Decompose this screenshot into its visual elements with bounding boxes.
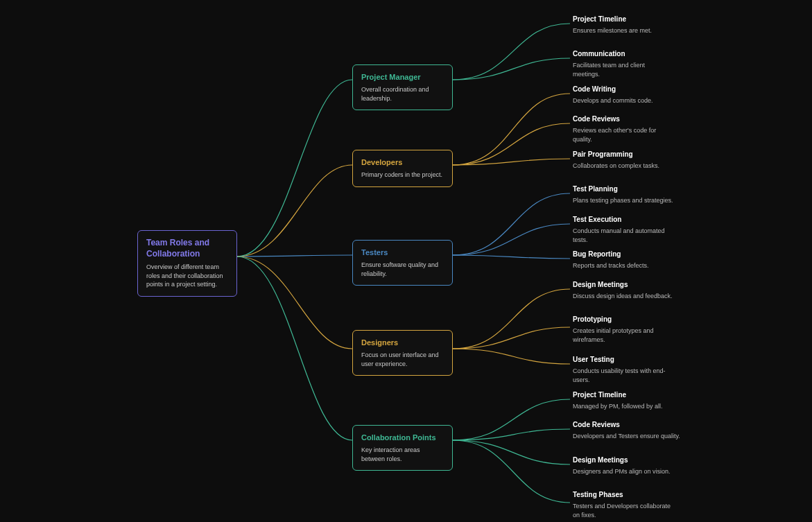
branch-des[interactable]: Designers Focus on user interface and us… xyxy=(352,330,453,376)
leaf-desc: Discuss design ideas and feedback. xyxy=(573,292,677,301)
branch-test-title: Testers xyxy=(361,247,444,257)
leaf-pm-0[interactable]: Project Timeline Ensures milestones are … xyxy=(573,15,670,35)
leaf-desc: Managed by PM, followed by all. xyxy=(573,402,677,411)
leaf-desc: Ensures milestones are met. xyxy=(573,26,670,35)
leaf-title: Code Reviews xyxy=(573,114,673,123)
root-desc: Overview of different team roles and the… xyxy=(146,263,228,289)
branch-test[interactable]: Testers Ensure software quality and reli… xyxy=(352,240,453,286)
leaf-desc: Testers and Developers collaborate on fi… xyxy=(573,502,677,519)
leaf-collab-2[interactable]: Design Meetings Designers and PMs align … xyxy=(573,455,677,476)
branch-dev[interactable]: Developers Primary coders in the project… xyxy=(352,150,453,187)
leaf-title: Test Planning xyxy=(573,184,677,193)
leaf-desc: Plans testing phases and strategies. xyxy=(573,196,677,205)
leaf-dev-1[interactable]: Code Reviews Reviews each other's code f… xyxy=(573,114,673,143)
leaf-collab-1[interactable]: Code Reviews Developers and Testers ensu… xyxy=(573,420,680,441)
leaf-des-2[interactable]: User Testing Conducts usability tests wi… xyxy=(573,355,680,384)
leaf-title: User Testing xyxy=(573,355,680,364)
leaf-title: Communication xyxy=(573,49,670,58)
leaf-desc: Reports and tracks defects. xyxy=(573,261,670,270)
leaf-desc: Conducts manual and automated tests. xyxy=(573,227,680,244)
branch-des-desc: Focus on user interface and user experie… xyxy=(361,351,444,368)
branch-pm-desc: Overall coordination and leadership. xyxy=(361,85,444,103)
leaf-desc: Reviews each other's code for quality. xyxy=(573,126,673,143)
leaf-title: Code Writing xyxy=(573,85,670,94)
leaf-test-2[interactable]: Bug Reporting Reports and tracks defects… xyxy=(573,250,670,270)
branch-pm-title: Project Manager xyxy=(361,72,444,82)
leaf-dev-2[interactable]: Pair Programming Collaborates on complex… xyxy=(573,150,670,171)
leaf-des-1[interactable]: Prototyping Creates initial prototypes a… xyxy=(573,315,670,344)
leaf-desc: Developers and Testers ensure quality. xyxy=(573,432,680,441)
leaf-desc: Facilitates team and client meetings. xyxy=(573,61,670,78)
leaf-des-0[interactable]: Design Meetings Discuss design ideas and… xyxy=(573,280,677,301)
root-title: Team Roles and Collaboration xyxy=(146,238,228,259)
leaf-title: Design Meetings xyxy=(573,455,677,464)
leaf-test-1[interactable]: Test Execution Conducts manual and autom… xyxy=(573,215,680,244)
leaf-title: Test Execution xyxy=(573,215,680,224)
branch-dev-title: Developers xyxy=(361,157,444,167)
branch-collab-desc: Key interaction areas between roles. xyxy=(361,446,444,463)
leaf-title: Design Meetings xyxy=(573,280,677,289)
branch-des-title: Designers xyxy=(361,338,444,347)
leaf-test-0[interactable]: Test Planning Plans testing phases and s… xyxy=(573,184,677,205)
branch-test-desc: Ensure software quality and reliability. xyxy=(361,261,444,278)
branch-pm[interactable]: Project Manager Overall coordination and… xyxy=(352,64,453,110)
root-node[interactable]: Team Roles and Collaboration Overview of… xyxy=(137,230,237,297)
leaf-title: Pair Programming xyxy=(573,150,670,159)
leaf-collab-0[interactable]: Project Timeline Managed by PM, followed… xyxy=(573,390,677,411)
leaf-title: Bug Reporting xyxy=(573,250,670,259)
branch-collab[interactable]: Collaboration Points Key interaction are… xyxy=(352,425,453,471)
leaf-title: Project Timeline xyxy=(573,15,670,24)
leaf-title: Testing Phases xyxy=(573,490,677,499)
leaf-desc: Designers and PMs align on vision. xyxy=(573,467,677,476)
leaf-desc: Conducts usability tests with end-users. xyxy=(573,367,680,384)
leaf-desc: Collaborates on complex tasks. xyxy=(573,162,670,171)
leaf-desc: Develops and commits code. xyxy=(573,96,670,105)
leaf-dev-0[interactable]: Code Writing Develops and commits code. xyxy=(573,85,670,105)
leaf-title: Project Timeline xyxy=(573,390,677,399)
leaf-collab-3[interactable]: Testing Phases Testers and Developers co… xyxy=(573,490,677,519)
branch-dev-desc: Primary coders in the project. xyxy=(361,171,444,180)
leaf-desc: Creates initial prototypes and wireframe… xyxy=(573,327,670,344)
branch-collab-title: Collaboration Points xyxy=(361,433,444,442)
leaf-pm-1[interactable]: Communication Facilitates team and clien… xyxy=(573,49,670,78)
leaf-title: Prototyping xyxy=(573,315,670,324)
leaf-title: Code Reviews xyxy=(573,420,680,429)
